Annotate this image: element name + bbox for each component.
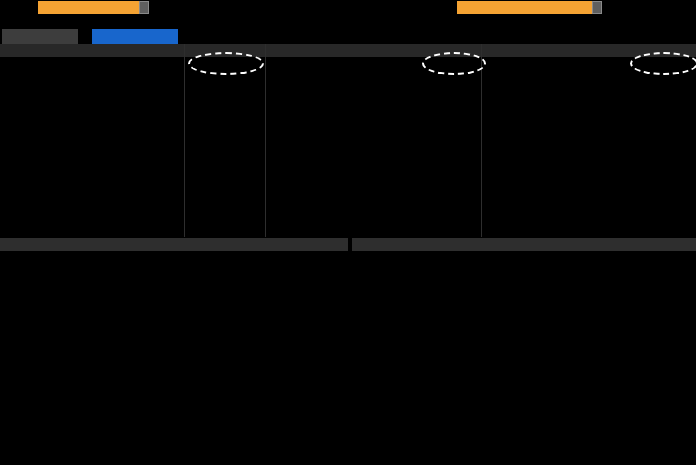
periodicity-dropdown-arrow-icon[interactable]	[592, 1, 602, 14]
toolbar	[0, 0, 696, 15]
price-reaction-chart	[350, 251, 696, 465]
periodicity-dropdown[interactable]	[457, 1, 594, 14]
column-separator	[481, 44, 482, 237]
tab-growth[interactable]	[92, 29, 178, 44]
range-dropdown-arrow-icon[interactable]	[139, 1, 149, 14]
table-header	[0, 44, 696, 57]
column-separator	[184, 44, 185, 237]
tab-surprise[interactable]	[2, 29, 78, 44]
bloomberg-earnings-screen	[0, 0, 696, 465]
historical-analysis-chart	[0, 251, 348, 465]
historical-analysis-header	[0, 238, 348, 251]
column-separator	[265, 44, 266, 237]
range-dropdown[interactable]	[38, 1, 141, 14]
price-reaction-header	[352, 238, 696, 251]
